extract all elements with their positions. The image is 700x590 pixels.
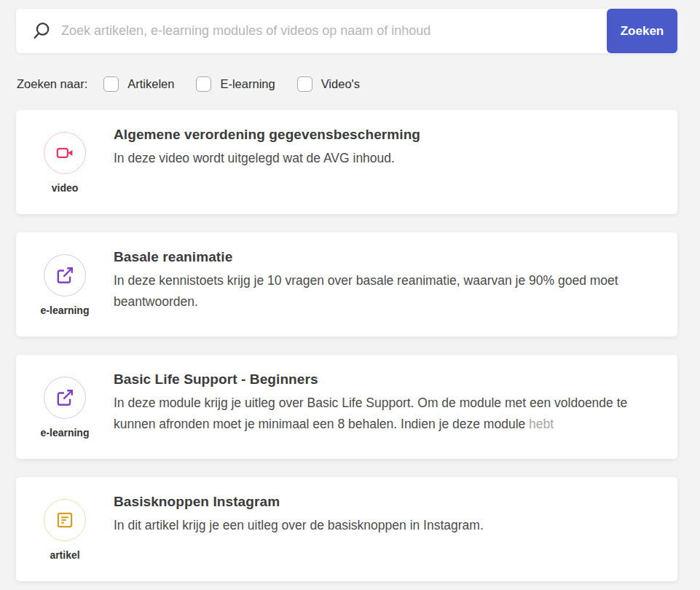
result-icon-column: e-learning <box>16 232 114 337</box>
filter-option-label: Artikelen <box>127 77 174 91</box>
search-input[interactable] <box>51 9 607 53</box>
result-title: Algemene verordening gegevensbescherming <box>114 127 656 143</box>
filter-option-videos[interactable]: Video's <box>297 76 360 92</box>
result-card-elearning[interactable]: e-learning Basic Life Support - Beginner… <box>16 355 677 459</box>
filter-option-elearning[interactable]: E-learning <box>196 76 275 92</box>
result-type-label: e-learning <box>41 304 90 316</box>
elearning-checkbox[interactable] <box>196 76 211 92</box>
result-text-column: Basisknoppen Instagram In dit artikel kr… <box>114 477 677 581</box>
video-camera-icon <box>44 132 86 174</box>
result-card-artikel[interactable]: artikel Basisknoppen Instagram In dit ar… <box>16 477 677 581</box>
search-icon <box>31 21 51 41</box>
result-type-label: e-learning <box>41 427 90 438</box>
result-icon-column: video <box>16 110 114 214</box>
result-description-text: In dit artikel krijg je een uitleg over … <box>114 518 484 532</box>
artikelen-checkbox[interactable] <box>103 76 119 92</box>
result-description-text: In deze kennistoets krijg je 10 vragen o… <box>114 273 618 309</box>
result-card-video[interactable]: video Algemene verordening gegevensbesch… <box>16 110 677 214</box>
external-link-icon <box>44 254 86 296</box>
filter-option-label: E-learning <box>220 77 275 91</box>
result-text-column: Basale reanimatie In deze kennistoets kr… <box>114 232 677 337</box>
result-card-elearning[interactable]: e-learning Basale reanimatie In deze ken… <box>16 232 677 337</box>
result-title: Basisknoppen Instagram <box>114 494 656 510</box>
result-description: In dit artikel krijg je een uitleg over … <box>114 515 656 536</box>
article-document-icon <box>44 499 86 541</box>
result-description-text: In deze video wordt uitgelegd wat de AVG… <box>114 151 395 165</box>
filter-label: Zoeken naar: <box>17 77 87 91</box>
videos-checkbox[interactable] <box>297 76 312 92</box>
result-text-column: Basic Life Support - Beginners In deze m… <box>114 355 677 459</box>
result-description-truncated: hebt <box>529 417 554 431</box>
filter-option-label: Video's <box>321 77 360 91</box>
search-bar: Zoeken <box>16 9 677 53</box>
result-description: In deze kennistoets krijg je 10 vragen o… <box>114 270 656 312</box>
result-type-label: video <box>52 182 79 194</box>
result-type-label: artikel <box>50 549 79 561</box>
result-title: Basic Life Support - Beginners <box>114 371 656 388</box>
result-description: In deze video wordt uitgelegd wat de AVG… <box>114 148 656 169</box>
search-button[interactable]: Zoeken <box>607 9 677 53</box>
result-description: In deze module krijg je uitleg over Basi… <box>114 393 656 435</box>
search-filter-row: Zoeken naar: Artikelen E-learning Video'… <box>16 76 677 92</box>
result-text-column: Algemene verordening gegevensbescherming… <box>114 110 677 214</box>
result-icon-column: e-learning <box>16 355 114 459</box>
result-title: Basale reanimatie <box>114 249 656 265</box>
search-page: Zoeken Zoeken naar: Artikelen E-learning… <box>0 0 700 581</box>
external-link-icon <box>44 377 86 419</box>
result-icon-column: artikel <box>16 477 114 581</box>
filter-option-artikelen[interactable]: Artikelen <box>103 76 174 92</box>
